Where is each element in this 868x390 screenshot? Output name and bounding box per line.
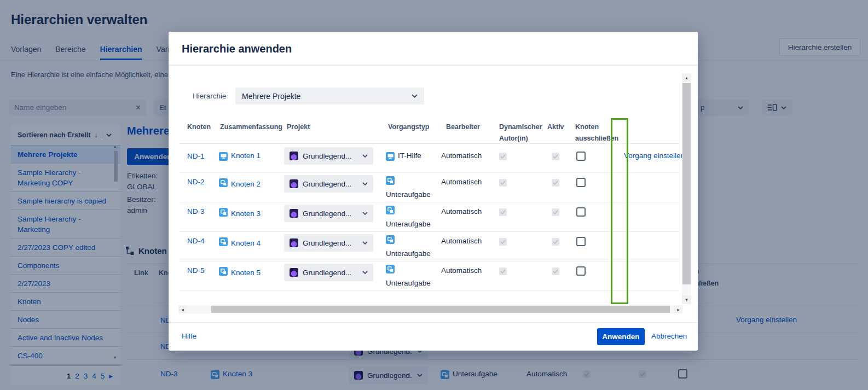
project-dropdown[interactable]: Grundlegend...: [284, 147, 373, 165]
active-checkbox: [552, 179, 559, 187]
project-avatar: [290, 238, 298, 247]
col-dynamischer-autor: Dynamischer Autor(in): [499, 121, 545, 144]
issuetype-value: Unteraufgabe: [386, 190, 431, 199]
assignee-value: Automatisch: [441, 207, 482, 216]
apply-hierarchy-dialog: Hierarchie anwenden Hierarchie Mehrere P…: [169, 32, 698, 351]
it-help-icon: [386, 152, 395, 161]
dynamic-author-checkbox: [499, 238, 507, 246]
summary-link[interactable]: Knoten 3: [231, 207, 263, 220]
project-avatar: [290, 179, 298, 188]
active-checkbox: [552, 208, 559, 216]
scroll-up-icon[interactable]: ▴: [682, 73, 691, 82]
exclude-node-checkbox[interactable]: [576, 207, 586, 217]
row-divider: [180, 143, 679, 144]
cancel-button[interactable]: Abbrechen: [651, 332, 687, 340]
issue-key-link[interactable]: ND-4: [187, 237, 205, 245]
vertical-scrollbar[interactable]: ▴ ▾: [682, 73, 691, 304]
row-divider: [180, 172, 679, 173]
project-value: Grundlegend...: [303, 239, 358, 247]
issue-key-link[interactable]: ND-1: [187, 152, 205, 160]
dialog-footer-divider: [169, 322, 698, 323]
hierarchy-select[interactable]: Mehrere Projekte: [235, 88, 424, 104]
row-divider: [180, 261, 679, 261]
horizontal-scrollbar-thumb[interactable]: [211, 306, 670, 313]
col-vorgangstyp: Vorgangstyp: [388, 121, 429, 133]
active-checkbox: [552, 153, 559, 160]
summary-link[interactable]: Knoten 1: [231, 152, 261, 160]
issue-key-link[interactable]: ND-2: [187, 178, 205, 186]
project-dropdown[interactable]: Grundlegend...: [284, 234, 373, 252]
project-dropdown[interactable]: Grundlegend...: [284, 205, 373, 222]
subtask-icon: [219, 237, 228, 246]
exclude-node-checkbox[interactable]: [576, 152, 586, 161]
chevron-down-icon: [412, 94, 418, 98]
exclude-node-checkbox[interactable]: [576, 266, 586, 276]
issuetype-value: Unteraufgabe: [386, 220, 431, 228]
subtask-icon: [386, 206, 395, 214]
exclude-node-checkbox[interactable]: [576, 237, 586, 246]
issue-key-link[interactable]: ND-3: [187, 207, 205, 216]
col-knoten: Knoten: [187, 121, 211, 133]
issuetype-value: Unteraufgabe: [386, 279, 431, 287]
col-projekt: Projekt: [287, 121, 310, 133]
issuetype-value: IT-Hilfe: [398, 152, 421, 160]
issue-key-link[interactable]: ND-5: [187, 266, 205, 275]
assignee-value: Automatisch: [441, 266, 482, 275]
assignee-value: Automatisch: [441, 178, 482, 186]
active-checkbox: [552, 267, 559, 275]
project-avatar: [290, 268, 298, 277]
help-link[interactable]: Hilfe: [182, 332, 196, 340]
vertical-scrollbar-thumb[interactable]: [682, 83, 691, 284]
chevron-down-icon: [362, 154, 368, 158]
hierarchy-select-value: Mehrere Projekte: [242, 92, 412, 101]
dynamic-author-checkbox: [499, 267, 507, 275]
dynamic-author-checkbox: [499, 208, 507, 216]
horizontal-scrollbar[interactable]: ◂ ▸: [178, 305, 682, 313]
it-help-icon: [219, 152, 228, 161]
col-zusammenfassung: Zusammenfassung: [220, 121, 282, 133]
row-divider: [180, 290, 679, 291]
assignee-value: Automatisch: [441, 237, 482, 245]
dynamic-author-checkbox: [499, 179, 507, 187]
subtask-icon: [386, 265, 395, 273]
summary-link[interactable]: Knoten 5: [231, 266, 263, 280]
project-dropdown[interactable]: Grundlegend...: [284, 175, 373, 193]
col-aktiv: Aktiv: [547, 121, 564, 133]
dynamic-author-checkbox: [499, 153, 507, 160]
project-avatar: [290, 209, 298, 218]
issuetype-value: Unteraufgabe: [386, 249, 431, 258]
apply-button[interactable]: Anwenden: [597, 328, 645, 345]
set-issue-link[interactable]: Vorgang einstellen: [624, 152, 685, 160]
dialog-title: Hierarchie anwenden: [182, 43, 292, 55]
project-value: Grundlegend...: [303, 180, 358, 188]
hierarchy-field-label: Hierarchie: [193, 92, 227, 100]
col-knoten-ausschliessen: Knoten ausschließen: [575, 121, 622, 144]
project-value: Grundlegend...: [303, 209, 358, 218]
scroll-left-icon[interactable]: ◂: [178, 305, 187, 313]
dialog-header-divider: [169, 65, 698, 66]
summary-link[interactable]: Knoten 4: [231, 237, 263, 250]
scroll-right-icon[interactable]: ▸: [674, 305, 682, 313]
chevron-down-icon: [362, 271, 368, 274]
active-checkbox: [552, 238, 559, 246]
project-value: Grundlegend...: [303, 152, 358, 160]
chevron-down-icon: [362, 182, 368, 185]
screen: Hierarchien verwalten Vorlagen Bereiche …: [0, 0, 868, 390]
row-divider: [180, 231, 679, 232]
project-dropdown[interactable]: Grundlegend...: [284, 264, 373, 281]
scroll-down-icon[interactable]: ▾: [682, 295, 691, 304]
exclude-node-checkbox[interactable]: [576, 178, 586, 187]
assignee-value: Automatisch: [441, 152, 482, 160]
subtask-icon: [386, 235, 395, 244]
project-avatar: [290, 152, 298, 160]
chevron-down-icon: [362, 212, 368, 215]
subtask-icon: [219, 267, 228, 276]
subtask-icon: [219, 208, 228, 217]
subtask-icon: [386, 176, 395, 185]
project-value: Grundlegend...: [303, 269, 358, 277]
col-bearbeiter: Bearbeiter: [446, 121, 480, 133]
summary-link[interactable]: Knoten 2: [231, 178, 263, 191]
row-divider: [180, 202, 679, 202]
chevron-down-icon: [362, 241, 368, 245]
subtask-icon: [219, 178, 228, 187]
